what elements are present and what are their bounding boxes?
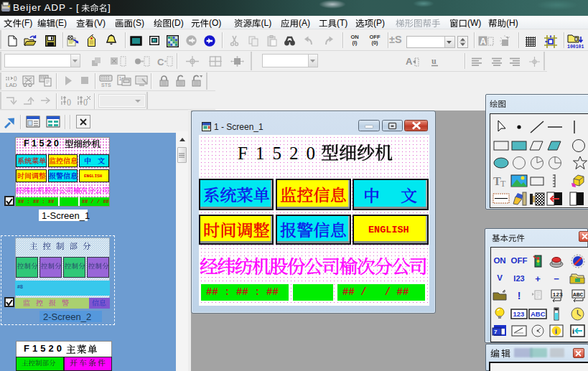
svg-text:T: T — [500, 179, 506, 189]
svg-text:C: C — [157, 57, 164, 67]
svg-text:STS: STS — [101, 83, 111, 88]
svg-text:A: A — [406, 56, 413, 67]
svg-text:7: 7 — [494, 329, 498, 335]
svg-text:ABC: ABC — [531, 310, 546, 318]
svg-text:u: u — [431, 56, 437, 66]
svg-text:(): () — [67, 98, 71, 105]
svg-text:(): () — [14, 75, 17, 81]
svg-text:A: A — [480, 37, 487, 47]
svg-text:123: 123 — [553, 291, 564, 298]
svg-text:ABC: ABC — [573, 291, 584, 298]
svg-text:100101: 100101 — [567, 44, 584, 48]
svg-text:i: i — [555, 327, 557, 335]
svg-text:i: i — [572, 327, 574, 335]
svg-text:123: 123 — [513, 310, 525, 318]
svg-text:LAD: LAD — [6, 82, 17, 88]
svg-text:1: 1 — [119, 76, 122, 81]
